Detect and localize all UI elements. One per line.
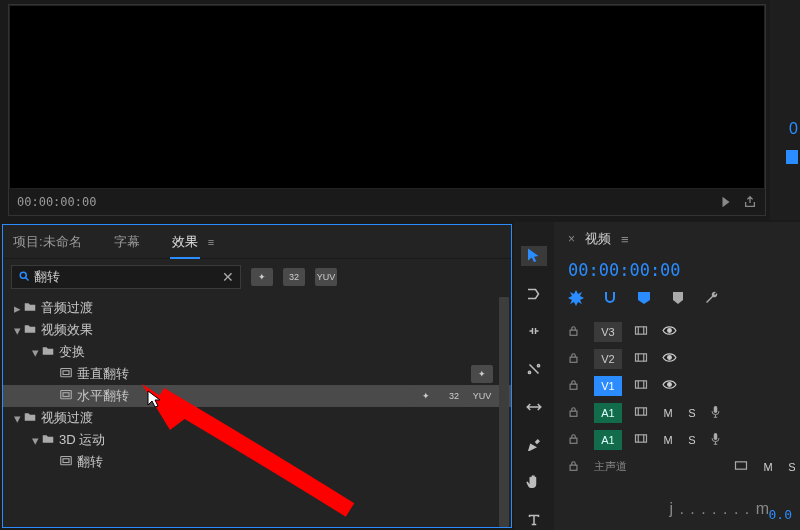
sequence-in-marker[interactable] bbox=[786, 150, 798, 164]
timeline-timecode[interactable]: 00:00:00:00 bbox=[554, 256, 800, 284]
add-marker-icon[interactable] bbox=[636, 290, 654, 308]
tree-item[interactable]: 视频过渡 bbox=[3, 407, 511, 429]
type-tool-icon[interactable] bbox=[521, 510, 547, 530]
folder-icon bbox=[41, 345, 59, 360]
search-input[interactable] bbox=[34, 270, 222, 285]
tree-item-label: 3D 运动 bbox=[59, 431, 511, 449]
lock-icon[interactable] bbox=[568, 406, 582, 420]
disclosure-icon[interactable] bbox=[11, 323, 23, 338]
filter-accelerated-icon[interactable]: ✦ bbox=[251, 268, 273, 286]
svg-point-15 bbox=[668, 383, 672, 387]
disclosure-icon[interactable] bbox=[29, 433, 41, 448]
timeline-controls bbox=[554, 284, 800, 318]
tree-item[interactable]: 垂直翻转✦ bbox=[3, 363, 511, 385]
monitor-canvas[interactable] bbox=[9, 5, 765, 189]
linked-selection-icon[interactable] bbox=[602, 290, 620, 308]
timeline-close-icon[interactable]: × bbox=[568, 232, 575, 246]
search-box[interactable]: ✕ bbox=[11, 265, 241, 289]
tree-item-label: 视频效果 bbox=[41, 321, 511, 339]
track-output-icon[interactable] bbox=[634, 433, 650, 446]
tree-item[interactable]: 变换 bbox=[3, 341, 511, 363]
effect-badge-icon: 32 bbox=[443, 387, 465, 405]
track-select-tool-icon[interactable] bbox=[521, 284, 547, 304]
mute-button[interactable]: M bbox=[762, 461, 774, 473]
track-output-icon[interactable] bbox=[634, 379, 650, 392]
track-row[interactable]: V1 bbox=[568, 372, 798, 399]
track-row[interactable]: A1MS bbox=[568, 426, 798, 453]
play-icon[interactable] bbox=[719, 195, 733, 209]
track-label[interactable]: V3 bbox=[594, 322, 622, 342]
eye-icon[interactable] bbox=[662, 352, 678, 365]
lock-icon[interactable] bbox=[568, 460, 582, 474]
tree-item[interactable]: 翻转 bbox=[3, 451, 511, 473]
track-output-icon[interactable] bbox=[634, 325, 650, 338]
svg-rect-10 bbox=[570, 357, 577, 362]
ripple-edit-tool-icon[interactable] bbox=[521, 322, 547, 342]
tree-item-label: 变换 bbox=[59, 343, 511, 361]
voiceover-icon[interactable] bbox=[710, 432, 724, 448]
tree-item[interactable]: 音频过渡 bbox=[3, 297, 511, 319]
wrench-icon[interactable] bbox=[704, 290, 722, 308]
mute-button[interactable]: M bbox=[662, 407, 674, 419]
effects-tree: 音频过渡视频效果变换垂直翻转✦水平翻转✦32YUV视频过渡3D 运动翻转 bbox=[3, 295, 511, 527]
track-output-icon[interactable] bbox=[634, 352, 650, 365]
effects-search-row: ✕ ✦ 32 YUV bbox=[3, 259, 511, 295]
lock-icon[interactable] bbox=[568, 379, 582, 393]
tree-item-label: 视频过渡 bbox=[41, 409, 511, 427]
tree-item[interactable]: 视频效果 bbox=[3, 319, 511, 341]
tab-effects[interactable]: 效果 bbox=[170, 225, 200, 259]
svg-rect-2 bbox=[63, 371, 69, 375]
svg-point-9 bbox=[668, 329, 672, 333]
monitor-timecode[interactable]: 00:00:00:00 bbox=[17, 195, 719, 209]
lock-icon[interactable] bbox=[568, 433, 582, 447]
tab-captions[interactable]: 字幕 bbox=[112, 225, 142, 259]
track-output-icon[interactable] bbox=[634, 406, 650, 419]
master-track-row: 主声道MS bbox=[568, 453, 798, 480]
disclosure-icon[interactable] bbox=[11, 301, 23, 316]
lock-icon[interactable] bbox=[568, 325, 582, 339]
search-clear-icon[interactable]: ✕ bbox=[222, 269, 234, 285]
panel-menu-icon[interactable]: ≡ bbox=[208, 236, 214, 248]
export-frame-icon[interactable] bbox=[743, 195, 757, 209]
track-label[interactable]: A1 bbox=[594, 430, 622, 450]
filter-32bit-icon[interactable]: 32 bbox=[283, 268, 305, 286]
solo-button[interactable]: S bbox=[686, 434, 698, 446]
track-label[interactable]: A1 bbox=[594, 403, 622, 423]
track-row[interactable]: V3 bbox=[568, 318, 798, 345]
timeline-settings-icon-1[interactable] bbox=[670, 290, 688, 308]
voiceover-icon[interactable] bbox=[710, 405, 724, 421]
search-icon bbox=[18, 270, 30, 285]
svg-rect-18 bbox=[714, 405, 718, 412]
timeline-menu-icon[interactable]: ≡ bbox=[621, 232, 629, 247]
monitor-controls: 00:00:00:00 bbox=[9, 189, 765, 215]
effect-badge-icon: YUV bbox=[471, 387, 493, 405]
filter-yuv-icon[interactable]: YUV bbox=[315, 268, 337, 286]
svg-rect-14 bbox=[636, 381, 647, 388]
mute-button[interactable]: M bbox=[662, 434, 674, 446]
track-row[interactable]: A1MS bbox=[568, 399, 798, 426]
track-row[interactable]: V2 bbox=[568, 345, 798, 372]
tree-item[interactable]: 水平翻转✦32YUV bbox=[3, 385, 511, 407]
lock-icon[interactable] bbox=[568, 352, 582, 366]
pen-tool-icon[interactable] bbox=[521, 435, 547, 455]
disclosure-icon[interactable] bbox=[29, 345, 41, 360]
slip-tool-icon[interactable] bbox=[521, 397, 547, 417]
tab-project[interactable]: 项目:未命名 bbox=[11, 225, 84, 259]
eye-icon[interactable] bbox=[662, 379, 678, 392]
track-label[interactable]: V1 bbox=[594, 376, 622, 396]
track-output-icon[interactable] bbox=[734, 460, 750, 473]
selection-tool-icon[interactable] bbox=[521, 246, 547, 266]
solo-button[interactable]: S bbox=[686, 407, 698, 419]
disclosure-icon[interactable] bbox=[11, 411, 23, 426]
timeline-title[interactable]: 视频 bbox=[585, 230, 611, 248]
tree-item[interactable]: 3D 运动 bbox=[3, 429, 511, 451]
svg-rect-16 bbox=[570, 411, 577, 416]
eye-icon[interactable] bbox=[662, 325, 678, 338]
hand-tool-icon[interactable] bbox=[521, 473, 547, 493]
effects-scrollbar-thumb[interactable] bbox=[499, 297, 509, 527]
effects-scrollbar[interactable] bbox=[499, 297, 509, 527]
track-label[interactable]: V2 bbox=[594, 349, 622, 369]
snap-icon[interactable] bbox=[568, 290, 586, 308]
razor-tool-icon[interactable] bbox=[521, 359, 547, 379]
solo-button[interactable]: S bbox=[786, 461, 798, 473]
